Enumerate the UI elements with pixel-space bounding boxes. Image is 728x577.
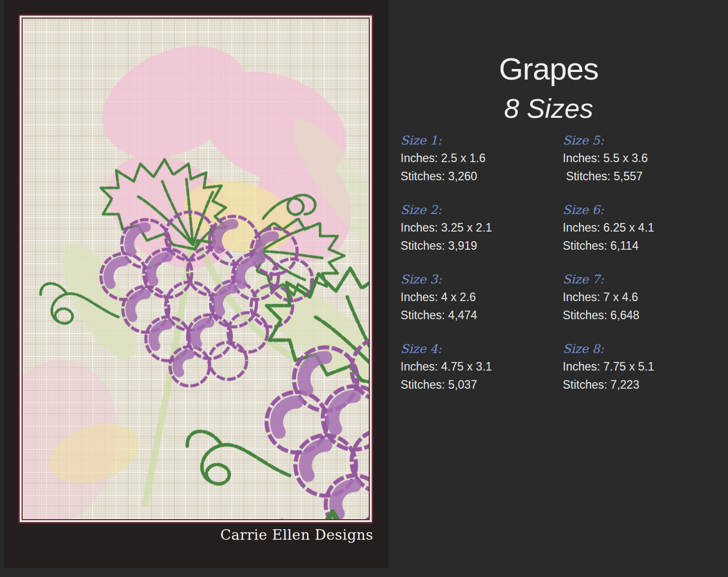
size-block-1: Size 1: Inches: 2.5 x 1.6 Stitches: 3,26… xyxy=(401,132,563,201)
title-block: Grapes 8 Sizes xyxy=(388,52,709,123)
stitches-line: Stitches: 6,114 xyxy=(563,237,728,255)
size-label: Size 6: xyxy=(563,201,728,219)
design-title: Grapes xyxy=(388,52,709,86)
sizes-grid: Size 1: Inches: 2.5 x 1.6 Stitches: 3,26… xyxy=(401,132,728,410)
stitches-line: Stitches: 3,260 xyxy=(401,167,563,185)
stitches-line: Stitches: 5,037 xyxy=(401,376,563,394)
stitches-line: Stitches: 7,223 xyxy=(563,376,728,394)
size-block-6: Size 6: Inches: 6.25 x 4.1 Stitches: 6,1… xyxy=(563,201,728,271)
size-block-5: Size 5: Inches: 5.5 x 3.6 Stitches: 5,55… xyxy=(563,132,728,201)
size-label: Size 3: xyxy=(401,271,563,288)
stitches-line: Stitches: 5,557 xyxy=(563,167,728,185)
sizes-subtitle: 8 Sizes xyxy=(388,94,709,123)
grape-cluster-large xyxy=(72,512,369,519)
linen-fabric xyxy=(22,18,370,520)
size-label: Size 4: xyxy=(401,340,563,357)
stitches-line: Stitches: 6,648 xyxy=(563,306,728,324)
inches-line: Inches: 6.25 x 4.1 xyxy=(563,219,728,237)
stitches-line: Stitches: 3,919 xyxy=(401,237,563,255)
inches-line: Inches: 2.5 x 1.6 xyxy=(401,149,563,167)
size-block-7: Size 7: Inches: 7 x 4.6 Stitches: 6,648 xyxy=(563,271,728,340)
size-label: Size 8: xyxy=(563,340,728,357)
page: Carrie Ellen Designs Grapes 8 Sizes Size… xyxy=(0,0,728,577)
stitches-line: Stitches: 4,474 xyxy=(401,306,563,324)
grapes-embroidery-art xyxy=(23,19,369,519)
size-block-4: Size 4: Inches: 4.75 x 3.1 Stitches: 5,0… xyxy=(401,340,563,410)
info-panel: Grapes 8 Sizes Size 1: Inches: 2.5 x 1.6… xyxy=(388,0,728,577)
size-label: Size 5: xyxy=(563,132,728,149)
size-label: Size 2: xyxy=(401,201,563,219)
size-block-3: Size 3: Inches: 4 x 2.6 Stitches: 4,474 xyxy=(401,271,563,340)
size-block-8: Size 8: Inches: 7.75 x 5.1 Stitches: 7,2… xyxy=(563,340,728,410)
inches-line: Inches: 7.75 x 5.1 xyxy=(563,357,728,376)
inches-line: Inches: 7 x 4.6 xyxy=(563,288,728,306)
brand-signature: Carrie Ellen Designs xyxy=(220,527,373,543)
size-label: Size 1: xyxy=(401,132,563,149)
inches-line: Inches: 5.5 x 3.6 xyxy=(563,149,728,167)
inches-line: Inches: 3.25 x 2.1 xyxy=(401,219,563,237)
fabric-swatch xyxy=(18,14,373,524)
design-preview-panel: Carrie Ellen Designs xyxy=(4,0,388,568)
size-block-2: Size 2: Inches: 3.25 x 2.1 Stitches: 3,9… xyxy=(401,201,563,271)
inches-line: Inches: 4 x 2.6 xyxy=(401,288,563,306)
inches-line: Inches: 4.75 x 3.1 xyxy=(401,357,563,376)
size-label: Size 7: xyxy=(563,271,728,288)
